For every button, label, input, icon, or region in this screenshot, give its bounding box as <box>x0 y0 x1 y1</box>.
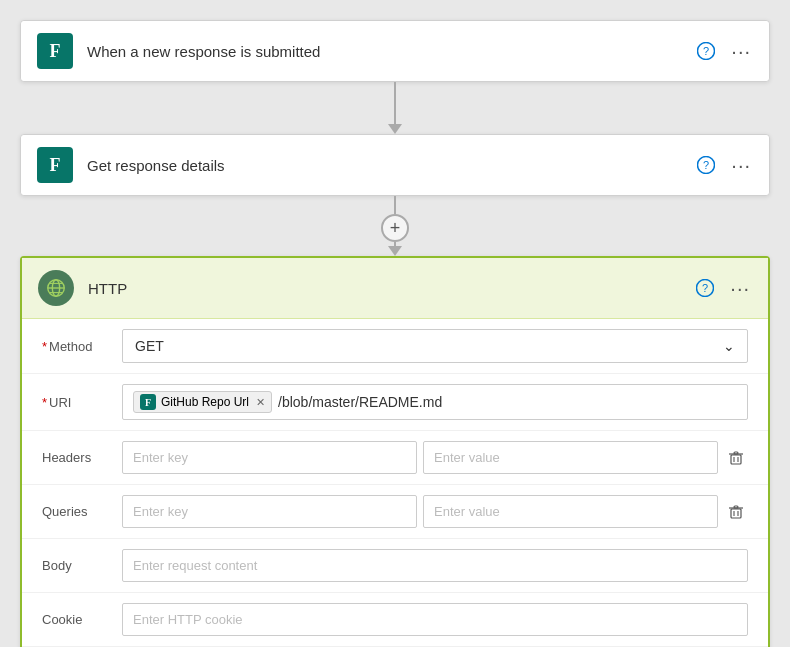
method-value: GET <box>135 338 164 354</box>
queries-row: Queries <box>22 485 768 539</box>
queries-label: Queries <box>42 504 122 519</box>
step1-help-button[interactable]: ? <box>695 40 717 62</box>
step1-title: When a new response is submitted <box>87 43 695 60</box>
step2-icon: F <box>37 147 73 183</box>
queries-field <box>122 495 748 528</box>
uri-required-star: * <box>42 395 47 410</box>
chip-text: GitHub Repo Url <box>161 395 249 409</box>
uri-label: *URI <box>42 395 122 410</box>
headers-field <box>122 441 748 474</box>
step1-card: F When a new response is submitted ? ··· <box>20 20 770 82</box>
body-field <box>122 549 748 582</box>
http-help-button[interactable]: ? <box>694 277 716 299</box>
http-icon <box>38 270 74 306</box>
trash-icon-2 <box>728 504 744 520</box>
chip-f-letter: F <box>145 397 151 408</box>
step1-icon-letter: F <box>50 41 61 62</box>
cookie-input[interactable] <box>122 603 748 636</box>
headers-row: Headers <box>22 431 768 485</box>
step1-actions: ? ··· <box>695 38 753 65</box>
connector-line-1 <box>394 82 396 124</box>
body-input[interactable] <box>122 549 748 582</box>
plus-connector: + <box>381 196 409 256</box>
svg-text:?: ? <box>703 159 709 171</box>
svg-rect-18 <box>734 506 738 508</box>
headers-delete-button[interactable] <box>724 446 748 470</box>
step2-title: Get response details <box>87 157 695 174</box>
method-label: *Method <box>42 339 122 354</box>
step1-more-button[interactable]: ··· <box>729 38 753 65</box>
cookie-field <box>122 603 748 636</box>
http-more-button[interactable]: ··· <box>728 275 752 302</box>
headers-value-input[interactable] <box>423 441 718 474</box>
svg-text:?: ? <box>702 282 708 294</box>
uri-suffix-text: /blob/master/README.md <box>278 394 442 410</box>
step1-icon: F <box>37 33 73 69</box>
step1-header: F When a new response is submitted ? ··· <box>21 21 769 81</box>
uri-chip: F GitHub Repo Url ✕ <box>133 391 272 413</box>
uri-field-container: F GitHub Repo Url ✕ /blob/master/README.… <box>122 384 748 420</box>
chevron-down-icon: ⌄ <box>723 338 735 354</box>
http-title: HTTP <box>88 280 694 297</box>
method-row: *Method GET ⌄ <box>22 319 768 374</box>
queries-delete-button[interactable] <box>724 500 748 524</box>
http-form-body: *Method GET ⌄ *URI <box>22 319 768 647</box>
svg-rect-16 <box>731 509 741 518</box>
step2-actions: ? ··· <box>695 152 753 179</box>
step2-card: F Get response details ? ··· <box>20 134 770 196</box>
step2-help-button[interactable]: ? <box>695 154 717 176</box>
cookie-row: Cookie <box>22 593 768 647</box>
uri-input[interactable]: F GitHub Repo Url ✕ /blob/master/README.… <box>122 384 748 420</box>
connector-arrow-1 <box>388 124 402 134</box>
plus-line-top <box>394 196 396 214</box>
chip-remove-button[interactable]: ✕ <box>256 396 265 409</box>
plus-button[interactable]: + <box>381 214 409 242</box>
method-dropdown[interactable]: GET ⌄ <box>122 329 748 363</box>
uri-row: *URI F GitHub Repo Url ✕ /blob/master/RE… <box>22 374 768 431</box>
headers-label: Headers <box>42 450 122 465</box>
step2-header: F Get response details ? ··· <box>21 135 769 195</box>
http-actions: ? ··· <box>694 275 752 302</box>
http-header: HTTP ? ··· <box>22 258 768 319</box>
step2-icon-letter: F <box>50 155 61 176</box>
svg-rect-13 <box>734 452 738 454</box>
connector-1 <box>388 82 402 134</box>
help-icon-2: ? <box>697 156 715 174</box>
step2-more-button[interactable]: ··· <box>729 152 753 179</box>
chip-forms-icon: F <box>140 394 156 410</box>
http-card: HTTP ? ··· *Method <box>20 256 770 647</box>
trash-icon <box>728 450 744 466</box>
svg-rect-11 <box>731 455 741 464</box>
globe-icon <box>45 277 67 299</box>
help-icon-3: ? <box>696 279 714 297</box>
method-field: GET ⌄ <box>122 329 748 363</box>
queries-value-input[interactable] <box>423 495 718 528</box>
svg-text:?: ? <box>703 45 709 57</box>
body-label: Body <box>42 558 122 573</box>
cookie-label: Cookie <box>42 612 122 627</box>
body-row: Body <box>22 539 768 593</box>
method-required-star: * <box>42 339 47 354</box>
queries-key-input[interactable] <box>122 495 417 528</box>
flow-container: F When a new response is submitted ? ··· <box>20 20 770 647</box>
help-icon: ? <box>697 42 715 60</box>
plus-arrow <box>388 246 402 256</box>
headers-key-input[interactable] <box>122 441 417 474</box>
queries-kv-row <box>122 495 748 528</box>
headers-kv-row <box>122 441 748 474</box>
